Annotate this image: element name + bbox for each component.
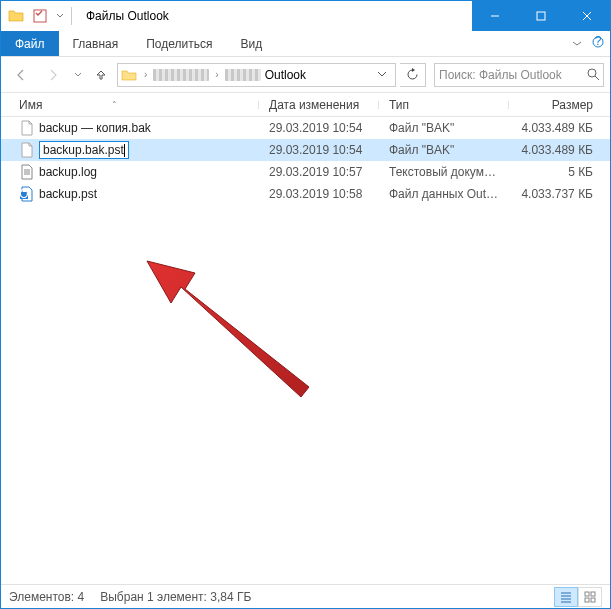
column-header-name[interactable]: Имя ˄ (1, 98, 259, 112)
file-date: 29.03.2019 10:57 (259, 165, 379, 179)
window-title: Файлы Outlook (78, 9, 472, 23)
sort-indicator-icon: ˄ (112, 100, 117, 110)
tab-home[interactable]: Главная (59, 31, 133, 56)
tab-file[interactable]: Файл (1, 31, 59, 56)
properties-icon[interactable] (29, 5, 51, 27)
file-row[interactable]: backup.log29.03.2019 10:57Текстовый доку… (1, 161, 610, 183)
file-name: backup.log (39, 165, 97, 179)
folder-icon (120, 66, 138, 84)
chevron-down-icon[interactable] (53, 5, 67, 27)
file-file-icon (19, 120, 35, 136)
file-type: Файл "BAK" (379, 143, 509, 157)
text-file-icon (19, 164, 35, 180)
file-date: 29.03.2019 10:54 (259, 121, 379, 135)
file-row[interactable]: Obackup.pst29.03.2019 10:58Файл данных O… (1, 183, 610, 205)
address-segment-redacted (225, 69, 261, 81)
chevron-right-icon[interactable]: › (142, 69, 149, 80)
address-dropdown-icon[interactable] (371, 68, 393, 82)
folder-icon (5, 5, 27, 27)
tab-view[interactable]: Вид (226, 31, 276, 56)
svg-rect-7 (585, 592, 589, 596)
file-size: 4.033.489 КБ (509, 143, 609, 157)
file-name: backup.pst (39, 187, 97, 201)
annotation-arrow (141, 257, 321, 417)
rename-input[interactable]: backup.bak.pst (39, 141, 129, 159)
svg-rect-10 (591, 598, 595, 602)
file-name: backup — копия.bak (39, 121, 151, 135)
file-size: 4.033.489 КБ (509, 121, 609, 135)
file-date: 29.03.2019 10:58 (259, 187, 379, 201)
file-type: Текстовый докум… (379, 165, 509, 179)
file-file-icon (19, 142, 35, 158)
nav-recent-dropdown[interactable] (71, 62, 85, 88)
chevron-right-icon[interactable]: › (213, 69, 220, 80)
svg-point-4 (588, 69, 596, 77)
file-date: 29.03.2019 10:54 (259, 143, 379, 157)
minimize-button[interactable] (472, 1, 518, 31)
pst-file-icon: O (19, 186, 35, 202)
file-row[interactable]: backup — копия.bak29.03.2019 10:54Файл "… (1, 117, 610, 139)
search-box[interactable] (434, 63, 604, 87)
maximize-button[interactable] (518, 1, 564, 31)
nav-back-button[interactable] (7, 62, 35, 88)
file-size: 4.033.737 КБ (509, 187, 609, 201)
refresh-button[interactable] (400, 63, 426, 87)
file-size: 5 КБ (509, 165, 609, 179)
svg-rect-8 (591, 592, 595, 596)
close-button[interactable] (564, 1, 610, 31)
help-icon[interactable]: ? (592, 36, 604, 51)
column-header-date[interactable]: Дата изменения (259, 98, 379, 112)
address-bar[interactable]: › › Outlook (117, 63, 396, 87)
column-header-type[interactable]: Тип (379, 98, 509, 112)
search-icon[interactable] (584, 68, 603, 81)
status-item-count: Элементов: 4 (9, 590, 84, 604)
status-selection: Выбран 1 элемент: 3,84 ГБ (100, 590, 251, 604)
file-row[interactable]: backup.bak.pst29.03.2019 10:54Файл "BAK"… (1, 139, 610, 161)
address-segment[interactable]: Outlook (265, 68, 306, 82)
svg-text:O: O (19, 187, 28, 201)
tab-share[interactable]: Поделиться (132, 31, 226, 56)
view-thumbnails-button[interactable] (578, 587, 602, 607)
column-header-size[interactable]: Размер (509, 98, 609, 112)
ribbon-expand-icon[interactable] (572, 37, 582, 51)
nav-up-button[interactable] (89, 62, 113, 88)
address-segment-redacted (153, 69, 209, 81)
search-input[interactable] (435, 68, 584, 82)
file-type: Файл "BAK" (379, 121, 509, 135)
file-type: Файл данных Out… (379, 187, 509, 201)
nav-forward-button[interactable] (39, 62, 67, 88)
svg-text:?: ? (595, 36, 602, 48)
svg-rect-0 (34, 10, 46, 22)
svg-rect-1 (537, 12, 545, 20)
view-details-button[interactable] (554, 587, 578, 607)
svg-rect-9 (585, 598, 589, 602)
